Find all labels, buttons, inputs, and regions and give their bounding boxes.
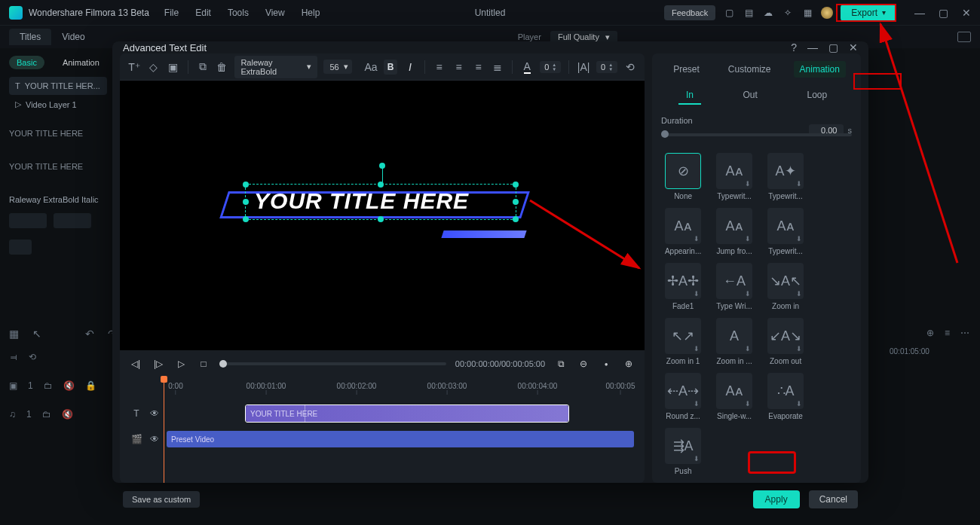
add-image-icon[interactable]: ▣ [167, 60, 180, 75]
preset-zoom-in[interactable]: ↘A↖⬇Zoom in [764, 263, 807, 310]
tab-video[interactable]: Video [51, 29, 95, 45]
video-clip[interactable]: Preset Video [167, 431, 634, 447]
play-icon[interactable]: ▷ [174, 357, 188, 371]
apps-icon[interactable]: ▦ [801, 7, 813, 19]
duration-slider[interactable] [661, 133, 852, 136]
preset-appearing[interactable]: Aᴀ⬇Appearin... [661, 208, 705, 255]
sidebar-item-video-layer[interactable]: ▷ Video Layer 1 [9, 95, 107, 114]
grid-icon[interactable]: ▦ [9, 328, 19, 340]
align-justify-icon[interactable]: ≣ [491, 60, 504, 75]
copy-icon[interactable]: ⧉ [196, 60, 210, 75]
window-minimize-icon[interactable]: — [914, 7, 925, 19]
preset-typewriter-2[interactable]: A✦⬇Typewrit... [764, 153, 807, 200]
subtab-animation[interactable]: Animation [55, 56, 107, 69]
folder-icon[interactable]: 🗀 [42, 409, 51, 420]
case-icon[interactable]: Aa [364, 60, 378, 75]
scrub-bar[interactable] [219, 362, 446, 365]
export-button[interactable]: Export ▾ [841, 5, 896, 21]
preset-push[interactable]: ⇶A⬇Push [661, 428, 705, 475]
font-size-dropdown[interactable]: 56▾ [323, 60, 352, 74]
subtab-out[interactable]: Out [736, 87, 765, 105]
zoom-in-icon[interactable]: ⊕ [622, 357, 635, 371]
preset-zoom-in-1[interactable]: ↖↗⬇Zoom in 1 [661, 318, 705, 365]
text-color-icon[interactable]: A [520, 60, 534, 75]
split-icon[interactable]: ⫤ [9, 352, 18, 362]
subtab-loop[interactable]: Loop [799, 87, 835, 105]
add-marker-icon[interactable]: ⊕ [926, 328, 934, 338]
preset-typewriter-1[interactable]: Aᴀ⬇Typewrit... [712, 153, 756, 200]
eye-icon[interactable]: 👁 [149, 408, 161, 419]
menu-help[interactable]: Help [302, 8, 320, 18]
menu-edit[interactable]: Edit [195, 8, 211, 18]
line-height-input[interactable]: 0 ▲▼ [596, 61, 617, 73]
align-center-icon[interactable]: ≡ [452, 60, 466, 75]
menu-tools[interactable]: Tools [228, 8, 249, 18]
tab-preset[interactable]: Preset [667, 61, 706, 78]
undo-icon[interactable]: ↶ [85, 328, 94, 340]
mute-icon[interactable]: 🔇 [63, 380, 75, 391]
letter-spacing-input[interactable]: 0 ▲▼ [540, 61, 561, 73]
preset-typewriter-3[interactable]: Aᴀ⬇Typewrit... [764, 208, 807, 255]
preset-type-write[interactable]: ←A⬇Type Wri... [712, 263, 756, 310]
next-frame-icon[interactable]: |▷ [152, 357, 165, 371]
italic-button[interactable]: I [403, 60, 417, 75]
help-icon[interactable]: ? [791, 41, 797, 53]
align-tool-1[interactable] [9, 213, 47, 228]
lock-icon[interactable]: 🔒 [85, 380, 96, 391]
layout-icon[interactable]: ▢ [723, 7, 735, 19]
preview-canvas[interactable]: YOUR TITLE HERE [120, 81, 645, 350]
stop-icon[interactable]: □ [197, 357, 210, 371]
zoom-out-icon[interactable]: ⊖ [577, 357, 590, 371]
add-shape-icon[interactable]: ◇ [147, 60, 161, 75]
list-icon[interactable]: ≡ [945, 328, 950, 338]
cursor-icon[interactable]: ↖ [32, 328, 41, 340]
cancel-button[interactable]: Cancel [809, 490, 858, 508]
preset-round-zoom[interactable]: ⇠A⇢⬇Round z... [661, 373, 705, 420]
title-clip[interactable]: YOUR TITLE HERE [246, 405, 568, 422]
window-close-icon[interactable]: ✕ [962, 7, 971, 19]
align-left-icon[interactable]: ≡ [433, 60, 446, 75]
tab-animation[interactable]: Animation [794, 61, 846, 78]
media-icon[interactable]: ▤ [743, 7, 755, 19]
preset-none[interactable]: ⊘None [661, 153, 705, 200]
dialog-maximize-icon[interactable]: ▢ [828, 41, 838, 53]
tab-titles[interactable]: Titles [9, 29, 51, 45]
preset-evaporate[interactable]: ∴A⬇Evaporate [764, 373, 807, 420]
preset-single-word[interactable]: Aᴀ⬇Single-w... [712, 373, 756, 420]
tab-customize[interactable]: Customize [722, 61, 777, 78]
feedback-button[interactable]: Feedback [664, 5, 715, 20]
title-text[interactable]: YOUR TITLE HERE [254, 188, 469, 214]
save-as-custom-button[interactable]: Save as custom [123, 491, 200, 508]
menu-view[interactable]: View [265, 8, 285, 18]
preset-zoom-out[interactable]: ↙A↘⬇Zoom out [764, 318, 807, 365]
sidebar-item-title-layer[interactable]: T YOUR TITLE HER... [9, 77, 107, 95]
cloud-icon[interactable]: ☁ [762, 7, 774, 19]
bell-icon[interactable]: ✧ [782, 7, 794, 19]
eye-icon[interactable]: 👁 [149, 434, 161, 444]
dialog-close-icon[interactable]: ✕ [849, 41, 858, 53]
preset-fade1[interactable]: ✢A✢⬇Fade1 [661, 263, 705, 310]
more-icon[interactable]: ⋯ [960, 328, 969, 338]
window-maximize-icon[interactable]: ▢ [939, 7, 948, 19]
delete-icon[interactable]: 🗑 [216, 60, 229, 75]
line-height-icon[interactable]: |A| [577, 60, 590, 75]
folder-icon[interactable]: 🗀 [44, 380, 53, 391]
bold-button[interactable]: B [384, 60, 397, 75]
align-tool-2[interactable] [54, 213, 91, 228]
snapshot-icon[interactable] [957, 32, 971, 42]
preset-jump-from[interactable]: Aᴀ⬇Jump fro... [712, 208, 756, 255]
preset-zoom-in-2[interactable]: A⬇Zoom in ... [712, 318, 756, 365]
subtab-basic[interactable]: Basic [9, 56, 44, 69]
align-tool-3[interactable] [9, 240, 32, 255]
avatar-icon[interactable] [821, 7, 833, 19]
align-right-icon[interactable]: ≡ [472, 60, 485, 75]
menu-file[interactable]: File [164, 8, 179, 18]
subtab-in[interactable]: In [678, 87, 701, 105]
reset-icon[interactable]: ⟲ [623, 60, 637, 75]
font-dropdown[interactable]: Raleway ExtraBold▾ [234, 56, 317, 78]
timeline-ruler[interactable]: 0:00 00:00:01:00 00:00:02:00 00:00:03:00… [130, 382, 634, 398]
apply-button[interactable]: Apply [753, 490, 800, 508]
prev-frame-icon[interactable]: ◁| [129, 357, 142, 371]
crop-icon[interactable]: ⧉ [554, 357, 568, 371]
mute-icon[interactable]: 🔇 [62, 409, 73, 420]
